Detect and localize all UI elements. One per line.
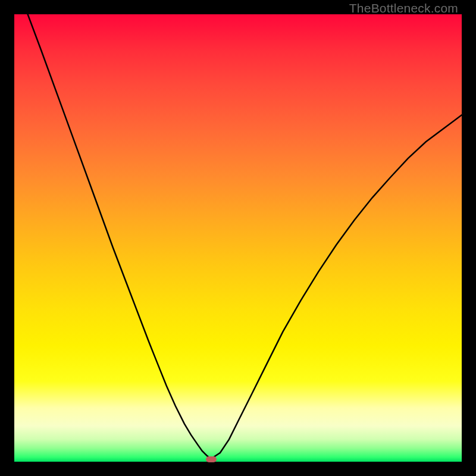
bottleneck-curve (14, 14, 462, 462)
curve-right-path (214, 115, 462, 457)
watermark-text: TheBottleneck.com (349, 1, 458, 15)
curve-left-path (28, 14, 209, 458)
optimal-point-marker (206, 456, 217, 462)
